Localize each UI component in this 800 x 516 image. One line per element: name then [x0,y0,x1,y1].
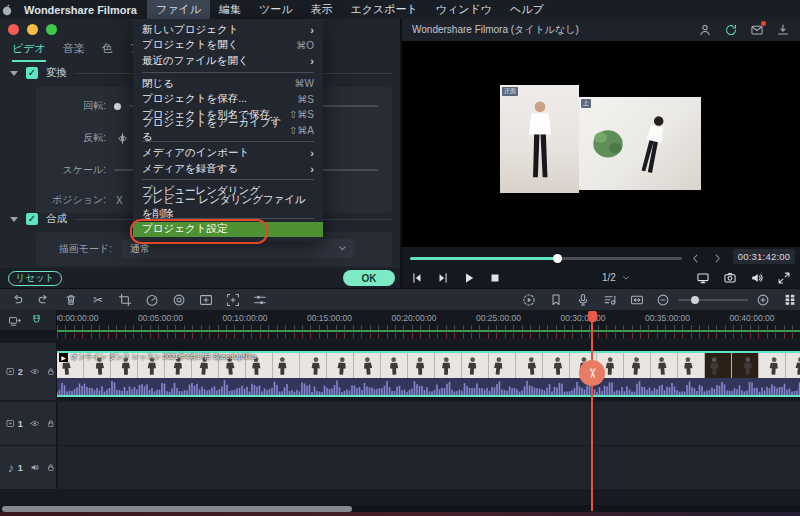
eye-icon[interactable] [30,365,40,378]
split-scissors-badge[interactable]: ✂ [579,360,605,386]
marker-next-icon[interactable] [712,253,723,264]
snapshot-icon[interactable] [723,271,737,285]
scrollbar-thumb[interactable] [2,506,352,512]
menu-item-プロジェクトを保存[interactable]: プロジェクトを保存...⌘S [133,91,323,107]
playhead-line[interactable] [591,311,593,511]
rotate-slider-handle[interactable] [114,103,121,110]
track-manager-icon[interactable] [783,293,797,308]
menubar-item-編集[interactable]: 編集 [210,0,250,19]
scrubber-track[interactable] [410,257,682,260]
motion-tracking-icon[interactable] [199,293,213,307]
zoom-out-icon[interactable] [656,293,670,307]
split-scissors-icon[interactable]: ✂ [91,293,105,307]
undo-icon[interactable] [10,293,24,307]
video-track-icon[interactable] [6,365,16,378]
video-clip[interactable]: ▶ オンライン ダンス レッスン 2021年4月17日 SpeedUpNiko [57,351,800,397]
zoom-in-icon[interactable] [756,293,770,307]
menu-item-新しいプロジェクト[interactable]: 新しいプロジェクト› [133,22,323,38]
crop-icon[interactable] [118,293,132,307]
menubar-item-ヘルプ[interactable]: ヘルプ [501,0,553,19]
blend-mode-label: 描画モード: [36,242,112,256]
zoom-slider-handle[interactable] [691,296,699,304]
flip-horizontal-icon[interactable] [116,132,129,145]
mark-flag-icon[interactable] [549,293,563,307]
transform-section-label: 変換 [46,66,67,80]
track-number: 1 [18,463,23,473]
menubar-item-ウィンドウ[interactable]: ウィンドウ [427,0,501,19]
menu-item-メディアを録音する[interactable]: メディアを録音する› [133,161,323,177]
menu-item-メディアのインポート[interactable]: メディアのインポート› [133,145,323,161]
marker-prev-icon[interactable] [690,253,701,264]
transform-checkbox[interactable]: ✓ [26,67,38,79]
preview-video-area[interactable]: 正面 上 [402,41,800,247]
menu-item-プロジェクト設定[interactable]: プロジェクト設定 [133,222,323,238]
account-icon[interactable] [698,23,712,37]
video-label-front: 正面 [502,87,518,96]
menu-item-プロジェクトを開く[interactable]: プロジェクトを開く⌘O [133,38,323,54]
lock-icon[interactable] [46,365,56,378]
clip-thumbnail [354,353,381,378]
add-track-icon[interactable] [8,314,21,327]
lock-icon[interactable] [46,417,56,430]
expand-icon[interactable] [777,271,791,285]
tab-色[interactable]: 色 [102,41,113,62]
green-screen-icon[interactable] [226,293,240,307]
music-note-icon[interactable]: ♪ [6,461,16,474]
menu-item-label: プロジェクト設定 [142,222,227,236]
apple-menu-icon[interactable] [0,3,14,17]
record-voiceover-icon[interactable] [576,293,590,307]
menu-item-プロジェクトをアーカイブする[interactable]: プロジェクトをアーカイブする⇧⌘A [133,123,323,139]
video-track-icon[interactable] [6,417,16,430]
menubar-item-ツール[interactable]: ツール [250,0,302,19]
audio-mixer-icon[interactable] [603,293,617,307]
speed-icon[interactable] [145,293,159,307]
menubar-item-表示[interactable]: 表示 [301,0,341,19]
next-frame-icon[interactable] [436,271,450,285]
timeline-ruler[interactable]: 00:00:00:0000:05:00:0000:10:00:0000:15:0… [0,310,800,330]
menubar-app-name[interactable]: Wondershare Filmora [14,4,147,16]
zoom-slider[interactable] [678,299,748,301]
speaker-icon[interactable] [750,271,764,285]
speaker-icon[interactable] [30,461,40,474]
download-icon[interactable] [776,23,790,37]
adjust-icon[interactable] [253,293,267,307]
minimize-window-button[interactable] [27,24,38,35]
lock-icon[interactable] [46,461,56,474]
track-audio-1-lane[interactable] [58,446,800,489]
timeline-corner [0,310,57,330]
track-video-1-lane[interactable] [58,402,800,445]
scrubber-handle[interactable] [553,254,562,263]
timeline-toolbar: ✂ [0,288,800,311]
menu-item-最近のファイルを開く[interactable]: 最近のファイルを開く› [133,53,323,69]
playhead-handle[interactable] [588,311,597,322]
close-window-button[interactable] [8,24,19,35]
zoom-to-fit-icon[interactable] [630,293,644,307]
trash-icon[interactable] [64,293,78,307]
composite-checkbox[interactable]: ✓ [26,213,38,225]
messages-icon[interactable] [750,23,764,37]
reset-button[interactable]: リセット [8,271,62,286]
collapse-arrow-icon[interactable] [10,217,18,222]
blend-mode-select[interactable]: 通常 [122,239,354,258]
menubar-item-エクスポート[interactable]: エクスポート [341,0,426,19]
magnet-snap-icon[interactable] [30,314,43,327]
render-preview-icon[interactable] [522,293,536,307]
menubar-item-ファイル[interactable]: ファイル [147,0,210,19]
color-correction-icon[interactable] [172,293,186,307]
zoom-window-button[interactable] [46,24,57,35]
monitor-icon[interactable] [696,271,710,285]
eye-icon[interactable] [30,417,40,430]
ok-button[interactable]: OK [343,270,395,286]
stop-icon[interactable] [488,271,502,285]
collapse-arrow-icon[interactable] [10,71,18,76]
menu-item-プレビューレンダリングファイルを削除[interactable]: プレビュー レンダリングファイルを削除 [133,199,323,215]
prev-frame-icon[interactable] [410,271,424,285]
preview-panel: Wondershare Filmora (タイトルなし) 正面 [402,19,800,288]
tab-音楽[interactable]: 音楽 [63,41,85,62]
sync-icon[interactable] [724,23,738,37]
menu-item-閉じる[interactable]: 閉じる⌘W [133,76,323,92]
redo-icon[interactable] [37,293,51,307]
playback-quality-select[interactable]: 1/2 [602,272,631,283]
play-icon[interactable] [462,271,476,285]
tab-ビデオ[interactable]: ビデオ [12,41,46,62]
